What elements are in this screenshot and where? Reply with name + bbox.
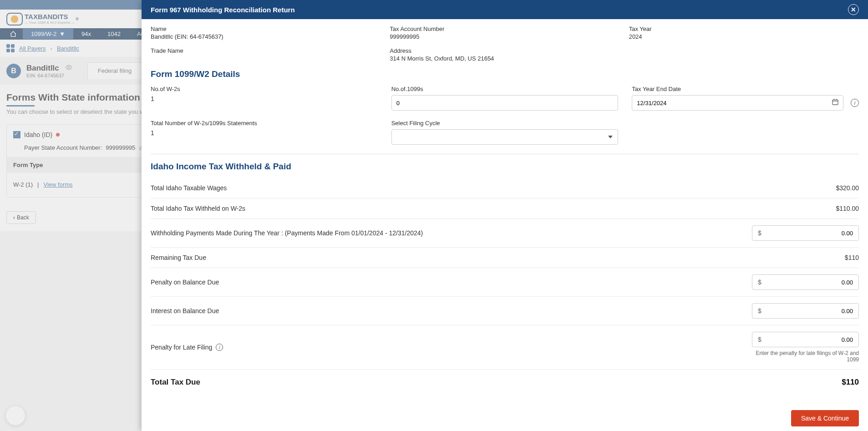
tax-year-value: 2024	[629, 33, 859, 40]
w2-count-label: No.of W-2s	[151, 86, 378, 92]
remaining-label: Remaining Tax Due	[151, 254, 206, 261]
n1099-input[interactable]	[391, 95, 619, 111]
chevron-left-icon: ‹	[13, 214, 15, 221]
end-date-label: Tax Year End Date	[632, 86, 859, 92]
interest-input[interactable]	[767, 308, 858, 314]
payer-ein: EIN: 64-6745637	[26, 73, 73, 78]
withheld-w2-value: $110.00	[836, 205, 859, 212]
dollar-prefix: $	[752, 336, 767, 343]
grid-icon[interactable]	[6, 44, 15, 52]
account-value: 999999995	[106, 144, 135, 151]
nav-1099-w2[interactable]: 1099/W-2 ▼	[23, 29, 73, 39]
view-forms-link[interactable]: View forms	[44, 181, 73, 188]
taxable-wages-value: $320.00	[836, 184, 859, 192]
total-due-value: $110	[842, 378, 859, 387]
name-value: Banditllc (EIN: 64-6745637)	[151, 33, 381, 40]
end-date-input[interactable]	[632, 95, 843, 111]
status-dot-icon	[56, 133, 60, 137]
withheld-w2-label: Total Idaho Tax Withheld on W-2s	[151, 205, 245, 212]
chevron-right-icon: ›	[51, 45, 52, 52]
penalty-balance-input-wrap: $	[752, 274, 859, 290]
close-button[interactable]: ✕	[848, 4, 859, 15]
penalty-late-input[interactable]	[767, 336, 858, 343]
total-due-label: Total Tax Due	[151, 378, 200, 387]
chat-avatar[interactable]	[5, 406, 25, 426]
nav-1042[interactable]: 1042	[99, 29, 129, 39]
registered-mark: ®	[76, 17, 79, 21]
calendar-icon[interactable]	[832, 98, 839, 107]
form-divider: |	[37, 181, 39, 188]
penalty-late-helper: Enter the penalty for late filings of W-…	[752, 350, 859, 363]
logo-icon	[6, 13, 23, 25]
payer-name: Banditllc	[26, 64, 59, 73]
trade-name-label: Trade Name	[151, 47, 381, 54]
dollar-prefix: $	[752, 229, 767, 237]
penalty-late-label: Penalty for Late Filing i	[151, 344, 223, 351]
filing-cycle-label: Select Filing Cycle	[391, 120, 619, 127]
section2-header: Idaho Income Tax Withheld & Paid	[151, 162, 859, 172]
svg-point-3	[68, 66, 70, 68]
form-details-header: Form 1099/W2 Details	[151, 69, 859, 79]
state-checkbox[interactable]	[13, 131, 20, 138]
chevron-down-icon: ▼	[59, 30, 65, 37]
total-statements-value: 1	[151, 129, 378, 137]
modal-title: Form 967 Withholding Reconciliation Retu…	[151, 6, 295, 14]
total-statements-label: Total Number of W-2s/1099s Statements	[151, 120, 378, 127]
payments-input[interactable]	[767, 230, 858, 237]
address-value: 314 N Morris St, Oxford, MD, US 21654	[390, 55, 619, 62]
payments-input-wrap: $	[752, 225, 859, 241]
account-label: Payer State Account Number:	[24, 144, 102, 151]
payer-avatar: B	[6, 64, 21, 78]
modal: Form 967 Withholding Reconciliation Retu…	[142, 0, 868, 431]
name-label: Name	[151, 25, 381, 32]
breadcrumb-all-payers[interactable]: All Payers	[19, 45, 46, 52]
interest-input-wrap: $	[752, 303, 859, 319]
info-icon[interactable]: i	[851, 99, 859, 107]
nav-94x[interactable]: 94x	[73, 29, 99, 39]
tax-account-value: 999999995	[390, 33, 619, 40]
tax-year-label: Tax Year	[629, 25, 859, 32]
remaining-value: $110	[845, 254, 859, 261]
modal-body: Name Banditllc (EIN: 64-6745637) Tax Acc…	[142, 19, 868, 406]
n1099-label: No.of.1099s	[391, 86, 619, 92]
taxable-wages-label: Total Idaho Taxable Wages	[151, 184, 227, 192]
address-label: Address	[390, 47, 619, 54]
eye-icon[interactable]	[65, 64, 73, 72]
save-continue-button[interactable]: Save & Continue	[791, 410, 859, 426]
tax-account-label: Tax Account Number	[390, 25, 619, 32]
tab-federal[interactable]: Federal filing	[87, 62, 142, 79]
modal-header: Form 967 Withholding Reconciliation Retu…	[142, 0, 868, 19]
breadcrumb-current[interactable]: Banditllc	[57, 45, 79, 52]
modal-footer: Save & Continue	[142, 406, 868, 431]
dollar-prefix: $	[752, 279, 767, 286]
filing-cycle-select[interactable]	[391, 129, 619, 145]
logo-main: TAXBANDITS	[25, 13, 75, 20]
home-icon[interactable]	[4, 29, 23, 40]
penalty-late-input-wrap: $	[752, 332, 859, 347]
dollar-prefix: $	[752, 307, 767, 314]
penalty-balance-input[interactable]	[767, 279, 858, 286]
state-name: Idaho (ID)	[24, 131, 52, 138]
logo-sub: — Your 1099 & W-2 Experts —	[25, 21, 75, 25]
payments-label: Withholding Payments Made During The Yea…	[151, 229, 423, 237]
logo[interactable]: TAXBANDITS — Your 1099 & W-2 Experts — ®	[6, 13, 79, 25]
info-icon[interactable]: i	[216, 344, 223, 351]
w2-count-value: 1	[151, 95, 378, 102]
svg-rect-4	[832, 100, 838, 105]
interest-label: Interest on Balance Due	[151, 307, 219, 314]
form-label: W-2 (1)	[13, 181, 33, 188]
back-button[interactable]: ‹ Back	[6, 211, 36, 224]
penalty-balance-label: Penalty on Balance Due	[151, 279, 219, 286]
